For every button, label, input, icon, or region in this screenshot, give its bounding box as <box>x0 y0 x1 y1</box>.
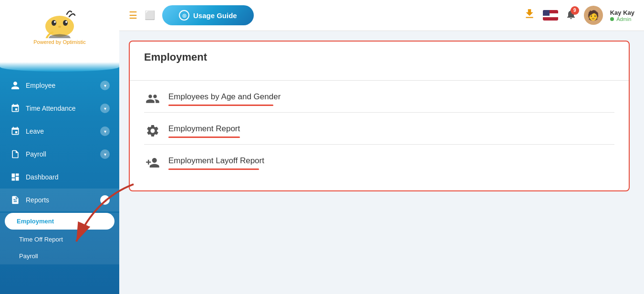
user-avatar: 🧑 <box>584 6 603 25</box>
usage-guide-circle-icon: ◎ <box>179 10 189 21</box>
card-title: Employment <box>144 51 614 71</box>
svg-point-3 <box>54 21 56 23</box>
svg-point-4 <box>65 21 67 23</box>
download-button[interactable] <box>523 8 536 23</box>
notification-button[interactable]: 9 <box>565 9 577 22</box>
sidebar-navigation: Employee ▾ Time Attendance ▾ Leave ▾ Pay… <box>0 72 119 294</box>
report-underline-3 <box>168 168 259 170</box>
svg-point-5 <box>58 26 61 28</box>
payroll-chevron: ▾ <box>100 149 110 159</box>
svg-point-2 <box>63 20 68 26</box>
hamburger-button[interactable]: ☰ <box>129 10 137 21</box>
online-indicator <box>610 17 614 21</box>
leave-icon <box>10 126 21 137</box>
report-underline-2 <box>168 136 240 138</box>
employment-sub-label: Employment <box>17 218 54 225</box>
sidebar-wave <box>0 62 119 72</box>
employee-label: Employee <box>26 82 100 89</box>
sidebar-item-payroll[interactable]: Payroll ▾ <box>0 143 119 166</box>
dashboard-icon <box>10 171 21 183</box>
page-content: Employment Employees by Age and Gender <box>119 31 644 294</box>
powered-by-label: Powered by Optimistic <box>33 39 85 45</box>
report-underline-1 <box>168 105 273 106</box>
notification-count-badge: 9 <box>571 6 579 15</box>
reports-chevron: ▴ <box>100 195 110 205</box>
topbar-right: 9 🧑 Kay Kay Admin <box>523 6 634 25</box>
employee-chevron: ▾ <box>100 81 110 90</box>
time-attendance-label: Time Attendance <box>26 105 100 112</box>
reports-label: Reports <box>26 196 100 204</box>
employees-age-gender-icon <box>144 90 161 107</box>
employment-report-icon <box>144 122 161 139</box>
main-content: ☰ ⬜ ◎ Usage Guide 9 🧑 Kay K <box>119 0 644 294</box>
employment-card: Employment Employees by Age and Gender <box>129 41 630 191</box>
us-flag-icon <box>543 10 558 21</box>
sub-nav-time-off-report[interactable]: Time Off Report <box>0 231 119 248</box>
usage-guide-button[interactable]: ◎ Usage Guide <box>162 5 254 25</box>
user-role: Admin <box>610 16 634 22</box>
usage-guide-label: Usage Guide <box>193 11 237 20</box>
payroll-label: Payroll <box>26 150 100 158</box>
employment-layoff-icon <box>144 154 161 171</box>
time-attendance-chevron: ▾ <box>100 104 110 113</box>
sidebar-item-employee[interactable]: Employee ▾ <box>0 74 119 97</box>
sidebar-item-dashboard[interactable]: Dashboard <box>0 166 119 189</box>
report-item-employment-layoff[interactable]: Employment Layoff Report <box>144 145 614 176</box>
svg-point-1 <box>52 20 56 26</box>
user-name: Kay Kay <box>610 9 634 16</box>
report-item-employment-report[interactable]: Employment Report <box>144 113 614 145</box>
employment-report-name: Employment Report <box>168 124 240 138</box>
topbar: ☰ ⬜ ◎ Usage Guide 9 🧑 Kay K <box>119 0 644 31</box>
sub-nav-employment[interactable]: Employment <box>5 213 114 230</box>
logo-image <box>41 5 79 38</box>
employee-icon <box>10 80 21 91</box>
time-off-sub-label: Time Off Report <box>19 236 63 243</box>
sidebar-item-leave[interactable]: Leave ▾ <box>0 120 119 143</box>
payroll-icon <box>10 148 21 160</box>
reports-sub-navigation: Employment Time Off Report Payroll <box>0 213 119 264</box>
sidebar-item-time-attendance[interactable]: Time Attendance ▾ <box>0 97 119 120</box>
employees-age-gender-name: Employees by Age and Gender <box>168 92 280 106</box>
sidebar-item-reports[interactable]: Reports ▴ <box>0 189 119 211</box>
user-info: Kay Kay Admin <box>610 9 634 22</box>
expand-button[interactable]: ⬜ <box>145 10 155 21</box>
language-flag-button[interactable] <box>543 10 558 21</box>
report-item-employees-by-age-gender[interactable]: Employees by Age and Gender <box>144 81 614 113</box>
leave-chevron: ▾ <box>100 126 110 136</box>
employment-layoff-name: Employment Layoff Report <box>168 156 264 170</box>
time-attendance-icon <box>10 103 21 114</box>
reports-icon <box>10 194 21 206</box>
sidebar-logo: Powered by Optimistic <box>0 0 119 62</box>
dashboard-label: Dashboard <box>26 173 110 181</box>
sub-nav-payroll-report[interactable]: Payroll <box>0 248 119 264</box>
leave-label: Leave <box>26 127 100 135</box>
payroll-report-sub-label: Payroll <box>19 252 38 260</box>
topbar-left: ☰ ⬜ ◎ Usage Guide <box>129 5 254 25</box>
sidebar: Powered by Optimistic Employee ▾ Time At… <box>0 0 119 294</box>
